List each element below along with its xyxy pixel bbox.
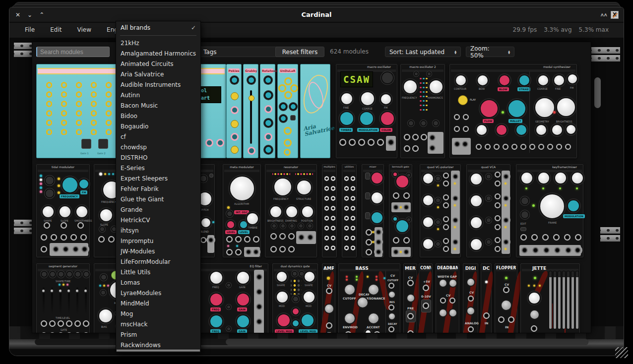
resize-handle-icon[interactable] <box>615 347 628 358</box>
menu-item-brand[interactable]: Audible Instruments <box>116 80 200 90</box>
menu-item-brand[interactable]: JW-Modules <box>116 246 200 257</box>
menu-item-brand[interactable]: Amalgamated Harmonics <box>116 49 200 59</box>
jack <box>98 236 105 243</box>
x11-logo-icon[interactable]: X <box>611 11 619 19</box>
module-card-mixer[interactable]: mixer <box>362 164 384 257</box>
knob <box>388 291 396 299</box>
menu-item-brand[interactable]: Aria Salvatrice <box>116 69 200 80</box>
menu-item-brand[interactable]: Prism <box>116 330 200 340</box>
led <box>485 281 488 283</box>
menu-view[interactable]: View <box>71 23 98 37</box>
module-card-mera[interactable]: MERA CV PRE <box>403 263 417 333</box>
menu-item-brand[interactable]: 21kHz <box>116 38 200 49</box>
menu-item-brand[interactable]: Mog <box>116 309 200 319</box>
menu-item-brand[interactable]: DISTRHO <box>116 153 200 163</box>
zoom-select[interactable]: Zoom: 50% ▲▼ <box>466 47 514 57</box>
knob <box>551 124 563 136</box>
module-card-quad-vc-polarizer[interactable]: quad VC-polarizer <box>420 164 461 257</box>
module-card-aria-blurb[interactable]: Aria Salvatrice <box>300 64 330 158</box>
menu-item-brand[interactable]: ihtsyn <box>116 226 200 236</box>
knob <box>535 124 547 136</box>
jack <box>61 222 67 229</box>
menu-item-brand[interactable]: Little Utils <box>116 267 200 278</box>
scroll-more-indicator[interactable] <box>117 350 200 352</box>
knob <box>280 115 287 122</box>
knob-label: ACCENT <box>367 325 380 329</box>
module-card-quad-vca[interactable]: quad VCA <box>466 164 510 257</box>
module-card-rotatoes[interactable]: Rotatoes <box>260 64 275 158</box>
knob <box>264 76 272 84</box>
menu-item-brand[interactable]: E-Series <box>116 163 200 174</box>
jack <box>279 246 286 252</box>
knob-label: GAIN <box>239 286 246 289</box>
menu-item-brand[interactable]: Rackwindows <box>116 340 200 351</box>
module-card-macro-oscillator-2[interactable]: macro oscillator 2 FREQUENCY HARMONICS <box>400 64 445 158</box>
module-card-dc[interactable]: DC IN <box>481 263 492 333</box>
menu-item-brand[interactable]: Lomas <box>116 278 200 288</box>
menu-item-brand[interactable]: Fehler Fabrik <box>116 184 200 194</box>
menu-item-brand[interactable]: LifeFormModular <box>116 257 200 267</box>
knob <box>344 284 356 296</box>
module-card-resonator[interactable]: resonator FREQUENCY STRUCTURE BRIGHTNESS… <box>265 164 317 257</box>
menu-item-brand[interactable]: Bidoo <box>116 111 200 121</box>
module-card-deadband[interactable]: DEADBAND WIDTH GAP CV <box>436 263 459 333</box>
jack <box>412 134 419 140</box>
jack <box>279 233 286 240</box>
reset-filters-button[interactable]: Reset filters <box>275 47 324 57</box>
module-card-conv[interactable]: CONV +5V 0-10V 0-10V <box>419 263 433 333</box>
module-card-amp[interactable]: AMP CV IN <box>322 263 335 333</box>
menu-edit[interactable]: Edit <box>44 23 68 37</box>
module-card-jette[interactable]: JETTE IN/OCT <box>520 263 580 333</box>
menu-file[interactable]: File <box>18 23 41 37</box>
module-card-digi[interactable]: DIGI CV ANALOG <box>463 263 478 333</box>
knob <box>371 191 383 204</box>
menu-item-brand[interactable]: chowdsp <box>116 142 200 153</box>
knob <box>277 313 291 327</box>
menu-item-brand[interactable]: Bogaudio <box>116 121 200 132</box>
menu-item-brand[interactable]: Animated Circuits <box>116 59 200 69</box>
menu-item-brand[interactable]: mscHack <box>116 319 200 330</box>
module-card-undular[interactable]: UnDuLaR <box>277 64 298 158</box>
menu-item-brand[interactable]: Bacon Music <box>116 101 200 111</box>
vertical-scrollbar-thumb[interactable] <box>594 77 601 108</box>
module-card-bernoulli-gate[interactable]: bernoulli gate <box>389 164 412 257</box>
jack <box>246 249 252 255</box>
knob <box>236 314 250 328</box>
menu-item-brand[interactable]: MindMeld <box>116 299 200 309</box>
module-card-flopper[interactable]: FLOPPER CV IN <box>495 263 517 333</box>
shade-icon[interactable]: ∧∧ <box>600 12 607 17</box>
search-input[interactable] <box>36 47 110 57</box>
module-card-multiples[interactable]: multiples <box>322 164 337 257</box>
module-card-macro-oscillator[interactable]: macro oscillator CSAW FINE COARSE FM TIM… <box>336 64 397 158</box>
led <box>400 251 402 253</box>
module-card-meta-modulator[interactable]: meta modulator ALGORITHM INT. OSC LEVEL … <box>223 164 261 257</box>
module-card-grabby[interactable]: Grabby <box>243 64 258 158</box>
menu-item-brand[interactable]: HetrickCV <box>116 215 200 226</box>
module-card-keyframer-mixer[interactable]: keyframer/mixer MODULATION FRAME EDIT <box>516 164 583 257</box>
menu-item-brand[interactable]: cf <box>116 132 200 142</box>
knob-label: SHAPE <box>44 219 52 222</box>
menu-item-brand[interactable]: Autinn <box>116 90 200 101</box>
module-card-utilities[interactable]: utilities <box>342 164 357 257</box>
menu-item-all-brands[interactable]: All brands ✓ <box>116 22 200 33</box>
menu-item-brand[interactable]: Impromptu <box>116 236 200 246</box>
module-card-modal-synthesizer[interactable]: modal synthesizer CONTOUR BOW BLOW STRIK… <box>449 64 577 158</box>
module-card-bass[interactable]: BASS CUTOFF RESONANCE DECAY ENVMOD ACCEN… <box>338 263 400 333</box>
horizontal-scrollbar-thumb[interactable] <box>226 339 588 345</box>
menu-item-brand[interactable]: Grande <box>116 205 200 215</box>
menu-item-brand[interactable]: Glue the Giant <box>116 194 200 205</box>
menu-item-brand[interactable]: Expert Sleepers <box>116 174 200 184</box>
menu-item-brand[interactable]: LyraeModules <box>116 288 200 299</box>
led <box>236 245 238 247</box>
label-chip: TIMBRE <box>339 128 353 132</box>
knob <box>381 71 394 84</box>
module-card-segment-generator[interactable]: segment generator SHAPE/TIME TIME/LEVEL … <box>36 263 90 333</box>
jack <box>66 320 72 327</box>
sort-select[interactable]: Sort: Last updated ▲▼ <box>385 47 461 57</box>
knob-ring <box>278 84 286 92</box>
jack <box>454 126 460 132</box>
module-card-pokies[interactable]: Pokies <box>226 64 242 158</box>
module-card-tidal-modulator[interactable]: tidal modulator FREQUENCY FM SHAPE SLOPE… <box>36 164 90 257</box>
jack <box>403 249 409 255</box>
module-card-dual-dynamics-gate[interactable]: dual dynamics gate SHAPE SHAPE MOD MOD L… <box>272 263 318 333</box>
